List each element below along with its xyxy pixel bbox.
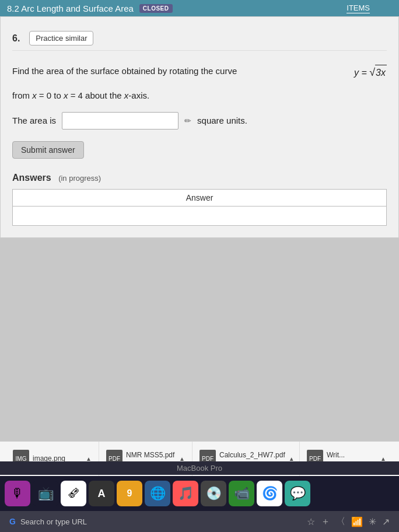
dock-item-cd[interactable]: 💿	[201, 481, 226, 506]
search-placeholder: Search or type URL	[20, 517, 87, 526]
answer-row: The area is ✏ square units.	[12, 112, 387, 130]
chrome-address-bar: G Search or type URL ☆ ＋ 〈 📶 ✳ ↗	[0, 511, 399, 532]
dock-area: 🎙 📺 🗞 A 9 🌐 🎵 💿 📹 🌀 💬	[0, 476, 399, 511]
download-filename-2: NMR MSS5.pdf	[126, 451, 176, 459]
dock-item-app1[interactable]: 🌐	[145, 481, 170, 506]
question-text-content: Find the area of the surface obtained by…	[12, 66, 237, 76]
podcast-icon[interactable]: 🎙	[5, 481, 30, 506]
dock-item-music[interactable]: 🎵	[173, 481, 198, 506]
answer-cell	[13, 206, 387, 225]
chevron-left-icon[interactable]: 〈	[336, 516, 345, 528]
closed-badge: CLOSED	[139, 4, 173, 13]
nine-icon[interactable]: 9	[117, 481, 142, 506]
dock-item-podcast[interactable]: 🎙	[5, 481, 30, 506]
page-title: 8.2 Arc Length and Surface Area	[7, 4, 134, 13]
area-label: The area is	[12, 116, 56, 125]
star-icon[interactable]: ☆	[307, 516, 315, 527]
question-text: Find the area of the surface obtained by…	[12, 65, 387, 78]
from-text: from x = 0 to x = 4 about the x-axis.	[12, 89, 387, 103]
chrome-icon[interactable]: 🌀	[257, 481, 282, 506]
submit-answer-button[interactable]: Submit answer	[12, 141, 84, 159]
chrome-actions: ☆ ＋ 〈 📶 ✳ ↗	[307, 516, 390, 528]
news-icon[interactable]: 🗞	[61, 481, 86, 506]
arrow-icon[interactable]: ↗	[382, 516, 390, 527]
question-number: 6.	[12, 33, 20, 44]
answer-column-header: Answer	[13, 189, 387, 206]
macbook-label: MacBook Pro	[0, 461, 399, 475]
items-label: ITEMS	[346, 4, 370, 13]
google-icon: G	[9, 517, 16, 526]
app1-icon[interactable]: 🌐	[145, 481, 170, 506]
answers-header: Answers	[12, 173, 51, 183]
dock-item-messages[interactable]: 💬	[285, 481, 310, 506]
dock-item-news[interactable]: 🗞	[61, 481, 86, 506]
dock-item-9[interactable]: 9	[117, 481, 142, 506]
question-number-row: 6. Practice similar	[12, 26, 387, 51]
tv-icon[interactable]: 📺	[33, 481, 58, 506]
question-section: 6. Practice similar Find the area of the…	[0, 16, 399, 238]
square-units-label: square units.	[197, 116, 247, 125]
download-filename-4: Writ...	[327, 451, 377, 459]
answers-section: Answers (in progress) Answer	[12, 173, 387, 226]
settings-icon[interactable]: ✳	[369, 516, 376, 527]
text-a-icon[interactable]: A	[89, 481, 114, 506]
search-bar[interactable]: G Search or type URL	[9, 517, 300, 526]
facetime-icon[interactable]: 📹	[229, 481, 254, 506]
dock-item-tv[interactable]: 📺	[33, 481, 58, 506]
answer-input[interactable]	[62, 112, 178, 130]
add-tab-icon[interactable]: ＋	[321, 516, 330, 528]
answers-table: Answer	[12, 189, 387, 226]
download-filename-3: Calculus_2_HW7.pdf	[219, 451, 285, 459]
header-bar: 8.2 Arc Length and Surface Area CLOSED I…	[0, 0, 399, 16]
in-progress-label: (in progress)	[58, 174, 101, 183]
audio-icon[interactable]: 📶	[351, 516, 363, 527]
dock-item-facetime[interactable]: 📹	[229, 481, 254, 506]
table-row	[13, 206, 387, 225]
dock-item-a[interactable]: A	[89, 481, 114, 506]
music-icon[interactable]: 🎵	[173, 481, 198, 506]
dock-item-chrome[interactable]: 🌀	[257, 481, 282, 506]
practice-similar-button[interactable]: Practice similar	[29, 31, 93, 46]
cd-icon[interactable]: 💿	[201, 481, 226, 506]
messages-icon[interactable]: 💬	[285, 481, 310, 506]
pencil-icon[interactable]: ✏	[184, 116, 191, 125]
equation-display: y = √3x	[354, 65, 387, 80]
